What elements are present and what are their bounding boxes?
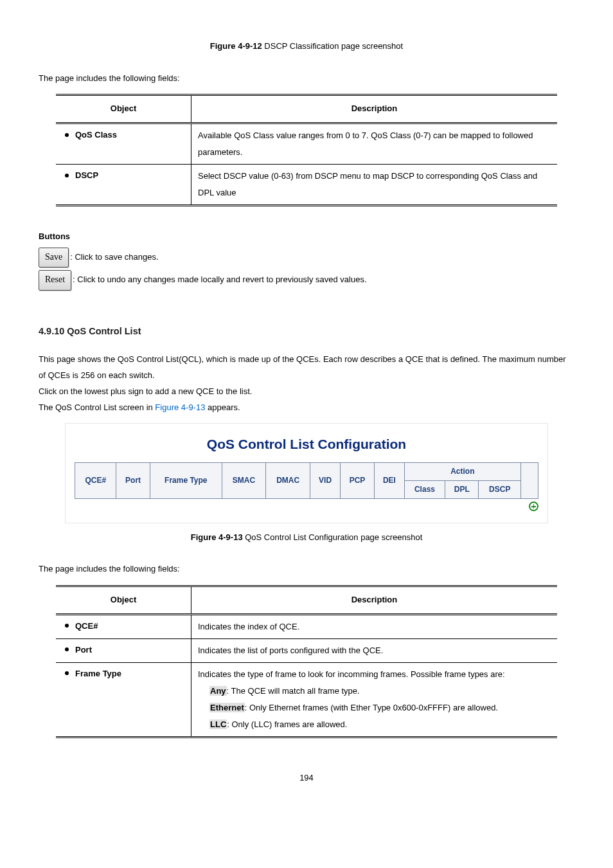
table2-row1-desc: Indicates the list of ports configured w… <box>191 638 558 662</box>
bullet-icon <box>65 647 69 651</box>
figure-link[interactable]: Figure 4-9-13 <box>155 402 205 412</box>
qcl-th-dpl: DPL <box>445 480 479 498</box>
table2-row2-obj: Frame Type <box>75 669 121 678</box>
figure-caption-2: Figure 4-9-13 QoS Control List Configura… <box>39 530 574 546</box>
frametype-ethernet-label: Ethernet <box>209 703 245 712</box>
qcl-th-dei: DEI <box>375 463 405 499</box>
bullet-icon <box>65 624 69 628</box>
figure-caption-1-text: DSCP Classification page screenshot <box>264 41 403 51</box>
table1-row0-obj: QoS Class <box>75 130 117 140</box>
qcl-th-qce: QCE# <box>75 463 116 499</box>
figure-caption-2-text: QoS Control List Configuration page scre… <box>245 532 422 542</box>
qcl-figure: QoS Control List Configuration QCE# Port… <box>65 423 548 523</box>
section-para-3a: The QoS Control List screen in <box>39 402 155 412</box>
qcl-th-port: Port <box>116 463 150 499</box>
table1-head-description: Description <box>191 95 558 123</box>
reset-button-text: : Click to undo any changes made locally… <box>73 275 366 284</box>
table-row: DSCP Select DSCP value (0-63) from DSCP … <box>56 165 557 206</box>
qcl-th-frametype: Frame Type <box>150 463 222 499</box>
figure-caption-1-prefix: Figure 4-9-12 <box>210 41 265 51</box>
table2-row0-obj: QCE# <box>75 621 98 631</box>
qcl-title: QoS Control List Configuration <box>75 431 538 457</box>
reset-button[interactable]: Reset <box>39 270 71 291</box>
qcl-th-pcp: PCP <box>340 463 374 499</box>
frametype-any-text: : The QCE will match all frame type. <box>227 686 360 696</box>
buttons-heading: Buttons <box>39 229 574 245</box>
save-button[interactable]: Save <box>39 248 69 268</box>
table2-row1-obj: Port <box>75 645 92 655</box>
table1-row0-desc: Available QoS Class value ranges from 0 … <box>191 123 558 165</box>
qcl-th-vid: VID <box>310 463 341 499</box>
section-para-1: This page shows the QoS Control List(QCL… <box>39 352 574 383</box>
frametype-any-label: Any <box>209 686 227 696</box>
qcl-th-class: Class <box>404 480 445 498</box>
fields-table-2: Object Description QCE# Indicates the in… <box>56 585 557 738</box>
add-qce-icon[interactable] <box>529 502 538 511</box>
section-para-3: The QoS Control List screen in Figure 4-… <box>39 400 574 416</box>
figure-caption-2-prefix: Figure 4-9-13 <box>191 532 245 542</box>
table-row: QoS Class Available QoS Class value rang… <box>56 123 557 165</box>
section-para-2: Click on the lowest plus sign to add a n… <box>39 384 574 400</box>
bullet-icon <box>65 671 69 675</box>
figure-caption-1: Figure 4-9-12 DSCP Classification page s… <box>39 39 574 55</box>
table2-head-description: Description <box>191 586 558 614</box>
table2-row2-intro: Indicates the type of frame to look for … <box>198 666 551 683</box>
qcl-th-action: Action <box>404 463 520 481</box>
table2-row0-desc: Indicates the index of QCE. <box>191 614 558 638</box>
qcl-th-smac: SMAC <box>222 463 265 499</box>
table-row: QCE# Indicates the index of QCE. <box>56 614 557 638</box>
qcl-table: QCE# Port Frame Type SMAC DMAC VID PCP D… <box>75 462 538 516</box>
bullet-icon <box>65 174 69 177</box>
frametype-llc-text: : Only (LLC) frames are allowed. <box>227 719 347 729</box>
fields-intro-1: The page includes the following fields: <box>39 71 574 87</box>
qcl-th-dmac: DMAC <box>266 463 310 499</box>
section-para-3b: appears. <box>205 402 240 412</box>
qcl-th-spacer <box>521 463 538 499</box>
table-row: Port Indicates the list of ports configu… <box>56 638 557 662</box>
page-number: 194 <box>39 770 574 786</box>
frametype-ethernet-text: : Only Ethernet frames (with Ether Type … <box>245 703 498 712</box>
section-heading: 4.9.10 QoS Control List <box>39 323 574 341</box>
table-row: Frame Type Indicates the type of frame t… <box>56 662 557 737</box>
table1-row1-desc: Select DSCP value (0-63) from DSCP menu … <box>191 165 558 206</box>
qcl-th-dscp: DSCP <box>479 480 521 498</box>
save-button-text: : Click to save changes. <box>70 252 158 262</box>
bullet-icon <box>65 133 69 137</box>
table1-row1-obj: DSCP <box>75 170 98 180</box>
fields-table-1: Object Description QoS Class Available Q… <box>56 94 557 206</box>
frametype-llc-label: LLC <box>209 719 227 729</box>
fields-intro-2: The page includes the following fields: <box>39 561 574 577</box>
table1-head-object: Object <box>56 95 191 123</box>
table2-head-object: Object <box>56 586 191 614</box>
